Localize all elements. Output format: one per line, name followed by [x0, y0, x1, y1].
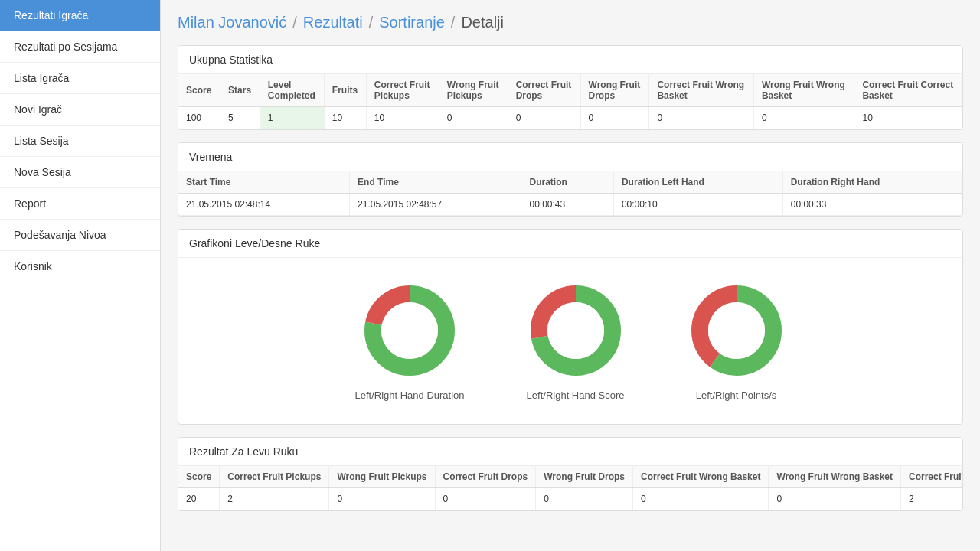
- cell-rl-correct-wrong-basket: 0: [632, 488, 768, 510]
- main-content: Milan Jovanović / Rezultati / Sortiranje…: [161, 0, 980, 551]
- ukupna-statistika-title: Ukupna Statistika: [178, 46, 962, 74]
- donut-score-svg: [526, 281, 626, 380]
- cell-correct-correct-basket: 10: [854, 107, 962, 129]
- cell-fruits: 10: [324, 107, 366, 129]
- donut-center: [708, 302, 765, 359]
- cell-start-time: 21.05.2015 02:48:14: [178, 194, 350, 216]
- col-start-time: Start Time: [178, 171, 350, 194]
- col-wrong-fruit-pickups: Wrong FruitPickups: [439, 74, 508, 107]
- cell-rl-correct-correct-basket: 2: [901, 488, 962, 510]
- col-rl-correct-correct-basket: Correct Fruit Correct Basket: [901, 466, 962, 488]
- chart-duration: Left/Right Hand Duration: [354, 281, 464, 401]
- breadcrumb-rezultati[interactable]: Rezultati: [303, 14, 363, 31]
- col-rl-wrong-pickups: Wrong Fruit Pickups: [329, 466, 435, 488]
- cell-duration-left: 00:00:10: [613, 194, 782, 216]
- col-rl-wrong-wrong-basket: Wrong Fruit Wrong Basket: [769, 466, 901, 488]
- donut-duration-svg: [360, 281, 459, 380]
- sidebar-item-lista-igraca[interactable]: Lista Igrača: [0, 63, 160, 94]
- charts-container: Left/Right Hand Duration Left/Right Hand…: [178, 258, 962, 424]
- cell-duration-right: 00:00:33: [782, 194, 962, 216]
- vremena-section: Vremena Start Time End Time Duration Dur…: [178, 142, 963, 217]
- col-rl-score: Score: [178, 466, 220, 488]
- cell-end-time: 21.05.2015 02:48:57: [350, 194, 521, 216]
- cell-wrong-wrong-basket: 0: [753, 107, 854, 129]
- cell-duration: 00:00:43: [521, 194, 613, 216]
- col-rl-correct-drops: Correct Fruit Drops: [435, 466, 536, 488]
- sidebar-item-lista-sesija[interactable]: Lista Sesija: [0, 126, 160, 157]
- cell-stars: 5: [220, 107, 260, 129]
- cell-wrong-drops: 0: [580, 107, 649, 129]
- donut-points-svg: [687, 281, 786, 380]
- col-wrong-fruit-drops: Wrong FruitDrops: [580, 74, 649, 107]
- col-rl-correct-pickups: Correct Fruit Pickups: [220, 466, 329, 488]
- grafikoni-section: Grafikoni Leve/Desne Ruke Left/Right Han…: [178, 229, 963, 425]
- cell-rl-correct-drops: 0: [435, 488, 536, 510]
- cell-rl-correct-pickups: 2: [220, 488, 329, 510]
- sidebar-item-novi-igrac[interactable]: Novi Igrač: [0, 94, 160, 126]
- sidebar-item-report[interactable]: Report: [0, 188, 160, 220]
- breadcrumb-sortiranje[interactable]: Sortiranje: [379, 14, 445, 31]
- vremena-row: 21.05.2015 02:48:14 21.05.2015 02:48:57 …: [178, 194, 962, 216]
- col-rl-correct-wrong-basket: Correct Fruit Wrong Basket: [632, 466, 768, 488]
- donut-center: [547, 302, 604, 359]
- breadcrumb-detalji: Detalji: [461, 14, 504, 31]
- ukupna-row: 100 5 1 10 10 0 0 0 0 0 10: [178, 107, 962, 129]
- col-correct-wrong-basket: Correct Fruit WrongBasket: [649, 74, 754, 107]
- breadcrumb-milan[interactable]: Milan Jovanović: [178, 14, 286, 31]
- breadcrumb-sep-2: /: [369, 14, 374, 31]
- col-score: Score: [178, 74, 220, 107]
- col-rl-wrong-drops: Wrong Fruit Drops: [536, 466, 633, 488]
- donut-center: [381, 302, 438, 359]
- ukupna-statistika-section: Ukupna Statistika Score Stars LevelCompl…: [178, 45, 963, 130]
- cell-correct-pickups: 10: [366, 107, 439, 129]
- cell-rl-score: 20: [178, 488, 220, 510]
- breadcrumb-sep-1: /: [292, 14, 297, 31]
- cell-correct-wrong-basket: 0: [649, 107, 754, 129]
- chart-duration-label: Left/Right Hand Duration: [354, 390, 464, 401]
- cell-rl-wrong-wrong-basket: 0: [769, 488, 901, 510]
- sidebar: Rezultati Igrača Rezultati po Sesijama L…: [0, 0, 161, 551]
- cell-rl-wrong-drops: 0: [536, 488, 633, 510]
- col-correct-fruit-pickups: Correct FruitPickups: [366, 74, 439, 107]
- sidebar-item-rezultati-igraca[interactable]: Rezultati Igrača: [0, 0, 160, 31]
- col-wrong-wrong-basket: Wrong Fruit WrongBasket: [753, 74, 854, 107]
- chart-points-label: Left/Right Points/s: [696, 390, 777, 401]
- col-duration: Duration: [521, 171, 613, 194]
- rezultat-leva-title: Rezultat Za Levu Ruku: [178, 438, 962, 466]
- col-correct-fruit-drops: Correct FruitDrops: [508, 74, 580, 107]
- grafikoni-title: Grafikoni Leve/Desne Ruke: [178, 230, 962, 258]
- sidebar-item-rezultati-sesija[interactable]: Rezultati po Sesijama: [0, 31, 160, 63]
- rezultat-leva-row: 20 2 0 0 0 0 0 2: [178, 488, 962, 510]
- sidebar-item-podesavanja[interactable]: Podešavanja Nivoa: [0, 220, 160, 251]
- cell-level: 1: [260, 107, 324, 129]
- col-duration-left: Duration Left Hand: [613, 171, 782, 194]
- col-duration-right: Duration Right Hand: [782, 171, 962, 194]
- cell-wrong-pickups: 0: [439, 107, 508, 129]
- col-end-time: End Time: [350, 171, 521, 194]
- breadcrumb-sep-3: /: [451, 14, 456, 31]
- col-stars: Stars: [220, 74, 260, 107]
- vremena-title: Vremena: [178, 143, 962, 171]
- cell-rl-wrong-pickups: 0: [329, 488, 435, 510]
- chart-score-label: Left/Right Hand Score: [527, 390, 625, 401]
- chart-points: Left/Right Points/s: [687, 281, 786, 401]
- ukupna-statistika-table: Score Stars LevelCompleted Fruits Correc…: [178, 74, 962, 129]
- sidebar-item-korisnik[interactable]: Korisnik: [0, 251, 160, 282]
- vremena-table: Start Time End Time Duration Duration Le…: [178, 171, 962, 216]
- cell-correct-drops: 0: [508, 107, 580, 129]
- chart-score: Left/Right Hand Score: [526, 281, 626, 401]
- cell-score: 100: [178, 107, 220, 129]
- col-correct-correct-basket: Correct Fruit CorrectBasket: [854, 74, 962, 107]
- col-level-completed: LevelCompleted: [260, 74, 324, 107]
- col-fruits: Fruits: [324, 74, 366, 107]
- breadcrumb: Milan Jovanović / Rezultati / Sortiranje…: [178, 14, 963, 31]
- sidebar-item-nova-sesija[interactable]: Nova Sesija: [0, 157, 160, 188]
- rezultat-leva-section: Rezultat Za Levu Ruku Score Correct Frui…: [178, 437, 963, 511]
- rezultat-leva-table: Score Correct Fruit Pickups Wrong Fruit …: [178, 466, 962, 510]
